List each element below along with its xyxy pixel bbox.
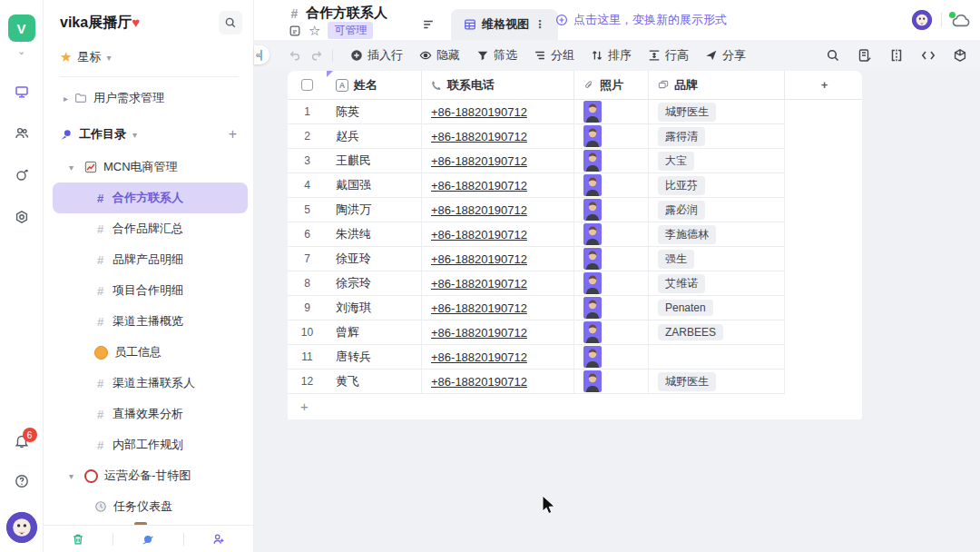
sidebar-item-brand-products[interactable]: # 品牌产品明细 bbox=[44, 244, 253, 275]
widget-button[interactable] bbox=[953, 48, 967, 63]
cell-brand[interactable]: Penaten bbox=[649, 296, 785, 320]
cell-brand[interactable]: 比亚芬 bbox=[649, 173, 785, 197]
add-column-button[interactable]: + bbox=[787, 71, 862, 100]
description-icon[interactable] bbox=[289, 25, 301, 37]
cell-photo[interactable] bbox=[574, 100, 649, 123]
table-row[interactable]: 3 王麒民 +86-18820190712 大宝 bbox=[288, 149, 785, 173]
sidebar-search-button[interactable] bbox=[219, 11, 242, 34]
cell-name[interactable]: 黄飞 bbox=[327, 370, 422, 393]
avatar-attachment[interactable] bbox=[583, 199, 602, 221]
phone-link[interactable]: +86-18820190712 bbox=[431, 375, 527, 389]
search-records-button[interactable] bbox=[826, 48, 840, 63]
avatar-attachment[interactable] bbox=[583, 101, 602, 123]
sidebar-item-internal-plan[interactable]: # 内部工作规划 bbox=[44, 429, 253, 460]
cell-photo[interactable] bbox=[574, 296, 649, 320]
phone-link[interactable]: +86-18820190712 bbox=[431, 252, 527, 266]
phone-link[interactable]: +86-18820190712 bbox=[431, 154, 527, 168]
add-view-hint[interactable]: 点击这里，变换新的展示形式 bbox=[555, 0, 727, 40]
phone-link[interactable]: +86-18820190712 bbox=[431, 326, 527, 340]
table-row[interactable]: 6 朱洪纯 +86-18820190712 李施德林 bbox=[288, 222, 785, 247]
brand-tag[interactable]: 城野医生 bbox=[658, 372, 716, 391]
brand-tag[interactable]: 艾维诺 bbox=[658, 274, 705, 293]
sidebar-item-live-analysis[interactable]: # 直播效果分析 bbox=[44, 399, 253, 429]
sync-status-button[interactable] bbox=[951, 14, 971, 27]
avatar-attachment[interactable] bbox=[583, 150, 602, 172]
settings-nav-button[interactable] bbox=[15, 210, 29, 224]
sidebar-item-partner-contacts[interactable]: # 合作方联系人 bbox=[53, 182, 248, 213]
cell-phone[interactable]: +86-18820190712 bbox=[422, 222, 574, 246]
cell-name[interactable]: 王麒民 bbox=[327, 149, 422, 172]
starred-section-toggle[interactable]: ★ 星标 ▾ bbox=[44, 40, 253, 73]
vika-logo[interactable]: V bbox=[8, 15, 35, 42]
sidebar-item-channel-overview[interactable]: # 渠道主播概览 bbox=[44, 306, 253, 337]
avatar-attachment[interactable] bbox=[583, 248, 602, 270]
brand-tag[interactable]: 城野医生 bbox=[658, 103, 716, 122]
cell-name[interactable]: 刘海琪 bbox=[327, 296, 422, 320]
table-row[interactable]: 11 唐转兵 +86-18820190712 bbox=[288, 345, 785, 370]
select-all-checkbox[interactable] bbox=[288, 71, 327, 99]
sort-button[interactable]: 排序 bbox=[583, 40, 640, 70]
avatar-attachment[interactable] bbox=[583, 346, 602, 368]
brand-tag[interactable]: ZARBEES bbox=[658, 324, 723, 340]
cell-phone[interactable]: +86-18820190712 bbox=[422, 198, 574, 222]
form-button[interactable] bbox=[858, 48, 872, 63]
cell-photo[interactable] bbox=[574, 370, 649, 393]
avatar-attachment[interactable] bbox=[583, 272, 602, 294]
cell-brand[interactable]: 艾维诺 bbox=[649, 271, 785, 295]
cell-photo[interactable] bbox=[574, 173, 649, 197]
brand-tag[interactable]: Penaten bbox=[658, 300, 713, 316]
brand-tag[interactable]: 强生 bbox=[658, 250, 694, 269]
table-row[interactable]: 2 赵兵 +86-18820190712 露得清 bbox=[288, 124, 785, 149]
cell-photo[interactable] bbox=[574, 124, 649, 148]
cell-photo[interactable] bbox=[574, 320, 649, 344]
column-header-phone[interactable]: 联系电话 bbox=[422, 71, 574, 99]
template-nav-button[interactable] bbox=[15, 168, 29, 182]
notifications-button[interactable]: 6 bbox=[15, 434, 29, 448]
table-row[interactable]: 8 徐宗玲 +86-18820190712 艾维诺 bbox=[288, 271, 785, 296]
avatar-attachment[interactable] bbox=[583, 370, 602, 392]
trash-button[interactable] bbox=[44, 526, 113, 552]
cell-photo[interactable] bbox=[574, 149, 649, 172]
sidebar-item-employee-info[interactable]: 员工信息 bbox=[44, 337, 253, 368]
avatar-attachment[interactable] bbox=[583, 125, 602, 147]
view-list-toggle[interactable] bbox=[422, 18, 435, 31]
cell-brand[interactable]: 露必润 bbox=[649, 198, 785, 222]
phone-link[interactable]: +86-18820190712 bbox=[431, 179, 527, 192]
cell-name[interactable]: 唐转兵 bbox=[327, 345, 422, 369]
brand-tag[interactable]: 比亚芬 bbox=[658, 176, 705, 195]
table-row[interactable]: 5 陶洪万 +86-18820190712 露必润 bbox=[288, 198, 785, 222]
sidebar-item-gantt-folder[interactable]: ▾ 运营必备-甘特图 bbox=[44, 460, 253, 491]
cell-phone[interactable]: +86-18820190712 bbox=[422, 320, 574, 344]
collaborator-avatar[interactable] bbox=[912, 10, 932, 30]
cell-name[interactable]: 陈英 bbox=[327, 100, 422, 123]
avatar-attachment[interactable] bbox=[583, 174, 602, 196]
workbench-nav-button[interactable] bbox=[15, 84, 29, 99]
cell-brand[interactable]: 露得清 bbox=[649, 124, 785, 148]
add-row-button[interactable]: + bbox=[288, 394, 785, 419]
table-row[interactable]: 10 曾辉 +86-18820190712 ZARBEES bbox=[288, 320, 785, 345]
cell-photo[interactable] bbox=[574, 247, 649, 271]
insert-row-button[interactable]: 插入行 bbox=[342, 40, 411, 70]
avatar-attachment[interactable] bbox=[583, 297, 602, 319]
cell-phone[interactable]: +86-18820190712 bbox=[422, 370, 574, 393]
cell-name[interactable]: 陶洪万 bbox=[327, 198, 422, 222]
user-avatar[interactable] bbox=[6, 512, 37, 543]
cell-brand[interactable]: 城野医生 bbox=[649, 370, 785, 393]
cell-name[interactable]: 曾辉 bbox=[327, 320, 422, 344]
cell-photo[interactable] bbox=[574, 345, 649, 369]
cell-phone[interactable]: +86-18820190712 bbox=[422, 173, 574, 197]
row-height-button[interactable]: 行高 bbox=[640, 40, 697, 70]
api-button[interactable] bbox=[921, 48, 936, 63]
cell-name[interactable]: 赵兵 bbox=[327, 124, 422, 148]
sidebar-item-project-details[interactable]: # 项目合作明细 bbox=[44, 275, 253, 306]
share-button[interactable]: 分享 bbox=[697, 40, 754, 70]
phone-link[interactable]: +86-18820190712 bbox=[431, 105, 527, 119]
cell-brand[interactable]: 城野医生 bbox=[649, 100, 785, 123]
chevron-down-icon[interactable]: ▾ bbox=[69, 471, 78, 481]
filter-button[interactable]: 筛选 bbox=[468, 40, 525, 70]
permission-badge[interactable]: 可管理 bbox=[328, 22, 373, 39]
sidebar-item-user-requirements[interactable]: ▸ 用户需求管理 bbox=[44, 81, 253, 115]
phone-link[interactable]: +86-18820190712 bbox=[431, 228, 527, 242]
template-center-button[interactable] bbox=[113, 526, 182, 552]
phone-link[interactable]: +86-18820190712 bbox=[431, 301, 527, 315]
